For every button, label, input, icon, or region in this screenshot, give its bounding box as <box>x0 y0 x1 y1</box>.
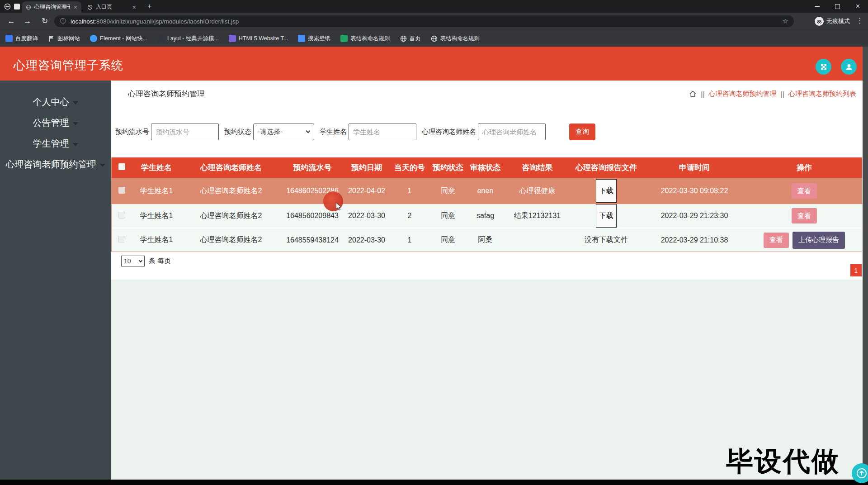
fullscreen-button[interactable] <box>816 59 831 75</box>
select-all-checkbox[interactable] <box>118 163 125 170</box>
url-path: :8080/xinlizixunguanli/jsp/modules/laosh… <box>94 18 239 25</box>
upload-report-button[interactable]: 上传心理报告 <box>793 232 845 249</box>
sidebar-item-label: 心理咨询老师预约管理 <box>6 158 96 171</box>
globe-icon <box>400 35 407 42</box>
cell-status: 同意 <box>430 228 466 252</box>
cell-date: 2022-04-02 <box>344 178 389 204</box>
view-button[interactable]: 查看 <box>764 233 789 248</box>
sidebar-item-personal-center[interactable]: 个人中心 <box>0 91 111 112</box>
download-button[interactable]: 下载 <box>596 179 617 203</box>
user-button[interactable] <box>841 59 857 75</box>
bookmark-item[interactable]: 百度翻译 <box>5 35 38 43</box>
view-button[interactable]: 查看 <box>792 183 817 199</box>
teacher-name-input[interactable] <box>478 124 546 140</box>
home-icon[interactable] <box>689 90 697 98</box>
browser-menu-icon[interactable] <box>856 16 863 25</box>
cell-status: 同意 <box>430 178 466 204</box>
site-info-icon[interactable] <box>60 17 66 25</box>
bookmark-item[interactable]: 表结构命名规则 <box>340 35 390 43</box>
bookmark-item[interactable]: Layui - 经典开源模... <box>157 35 219 43</box>
sidebar-item-teacher-appointments[interactable]: 心理咨询老师预约管理 <box>0 154 111 175</box>
teacher-filter-label: 心理咨询老师姓名 <box>422 128 476 136</box>
col-header-teacher: 心理咨询老师姓名 <box>181 157 281 178</box>
col-header-audit: 审核状态 <box>466 157 505 178</box>
page-number-button[interactable]: 1 <box>850 264 862 276</box>
incognito-icon <box>815 17 824 26</box>
breadcrumb-separator: || <box>701 90 704 98</box>
tab-favicon <box>26 5 31 10</box>
back-to-top-button[interactable] <box>852 463 868 483</box>
forward-icon[interactable] <box>23 16 33 26</box>
window-close-button[interactable] <box>848 0 868 13</box>
bookmark-label: 表结构命名规则 <box>440 35 480 43</box>
sidebar-item-announcements[interactable]: 公告管理 <box>0 112 111 133</box>
window-minimize-button[interactable] <box>807 0 827 13</box>
col-header-actions: 操作 <box>746 157 862 178</box>
breadcrumb-link[interactable]: 心理咨询老师预约管理 <box>709 90 777 98</box>
table-header-row: 学生姓名 心理咨询老师姓名 预约流水号 预约日期 当天的号 预约状态 审核状态 … <box>112 157 862 178</box>
bookmark-item[interactable]: 表结构命名规则 <box>431 35 480 43</box>
chevron-down-icon <box>73 101 78 105</box>
bookmark-item[interactable]: 搜索壁纸 <box>298 35 330 43</box>
status-select[interactable]: -请选择- <box>253 124 314 140</box>
filter-bar: 预约流水号 预约状态 -请选择- 学生姓名 心理咨询老师姓名 查询 <box>115 123 595 140</box>
bookmark-label: 图标网站 <box>57 35 80 43</box>
cell-apply-time: 2022-03-29 21:10:38 <box>642 228 746 252</box>
globe-icon <box>431 35 438 42</box>
new-tab-button[interactable] <box>146 2 154 10</box>
cell-audit: 阿桑 <box>466 228 505 252</box>
tab-close-icon[interactable] <box>74 4 77 10</box>
back-icon[interactable] <box>6 16 16 26</box>
cell-date: 2022-03-30 <box>344 204 389 228</box>
col-header-serial: 预约流水号 <box>281 157 344 178</box>
bookmark-item[interactable]: 首页 <box>400 35 421 43</box>
bookmark-star-icon[interactable] <box>783 17 788 25</box>
table-row[interactable]: 学生姓名1 心理咨询老师姓名2 1648559438124 2022-03-30… <box>112 228 862 252</box>
row-checkbox[interactable] <box>118 187 125 194</box>
watermark-text: 毕设代做 <box>726 443 840 480</box>
sidebar-item-label: 公告管理 <box>33 117 69 129</box>
browser-tab-active[interactable]: 心理咨询管理子系统 <box>22 1 81 13</box>
incognito-label: 无痕模式 <box>826 17 850 25</box>
flag-icon <box>48 35 55 42</box>
cell-result: 结果12132131 <box>505 204 570 228</box>
serial-input[interactable] <box>151 124 219 140</box>
page-scrollbar[interactable] <box>863 47 868 480</box>
bookmarks-bar: 百度翻译 图标网站 Element - 网站快... Layui - 经典开源模… <box>0 30 868 47</box>
per-page-label: 条 每页 <box>149 257 171 266</box>
cell-teacher: 心理咨询老师姓名2 <box>181 204 281 228</box>
bookmark-item[interactable]: Element - 网站快... <box>90 35 147 43</box>
tab-close-icon[interactable] <box>132 4 136 10</box>
download-button[interactable]: 下载 <box>596 204 617 228</box>
search-button[interactable]: 查询 <box>569 124 595 140</box>
row-checkbox[interactable] <box>118 212 125 219</box>
bookmark-item[interactable]: HTML5 Website T... <box>229 35 288 42</box>
tab-divider <box>82 4 82 10</box>
browser-tab[interactable]: 入口页 <box>83 1 140 13</box>
window-maximize-button[interactable] <box>827 0 848 13</box>
bookmark-item[interactable]: 图标网站 <box>48 35 80 43</box>
address-bar[interactable]: localhost :8080/xinlizixunguanli/jsp/mod… <box>54 15 794 27</box>
col-header-day-no: 当天的号 <box>389 157 430 178</box>
row-checkbox[interactable] <box>118 236 125 242</box>
sidebar-item-students[interactable]: 学生管理 <box>0 133 111 154</box>
arrow-up-icon <box>855 466 868 480</box>
table-row[interactable]: 学生姓名1 心理咨询老师姓名2 1648602502286 2022-04-02… <box>112 178 862 204</box>
student-name-input[interactable] <box>349 124 416 140</box>
chevron-down-icon <box>100 164 105 167</box>
page-size-select[interactable]: 10 <box>121 256 145 266</box>
window-controls <box>807 0 868 13</box>
cell-file-status: 没有下载文件 <box>570 228 642 252</box>
reload-icon[interactable] <box>40 16 50 26</box>
browser-toolbar: localhost :8080/xinlizixunguanli/jsp/mod… <box>0 13 868 30</box>
pinned-tab-icon[interactable] <box>14 4 20 10</box>
bookmark-label: HTML5 Website T... <box>239 35 288 42</box>
view-button[interactable]: 查看 <box>792 208 817 223</box>
sidebar: 个人中心 公告管理 学生管理 心理咨询老师预约管理 <box>0 81 111 480</box>
bookmark-label: 百度翻译 <box>15 35 38 43</box>
breadcrumb-link[interactable]: 心理咨询老师预约列表 <box>788 90 856 98</box>
cell-result: 心理很健康 <box>505 178 570 204</box>
cell-result <box>505 228 570 252</box>
student-filter-label: 学生姓名 <box>320 128 347 136</box>
table-row[interactable]: 学生姓名1 心理咨询老师姓名2 1648560209843 2022-03-30… <box>112 204 862 228</box>
